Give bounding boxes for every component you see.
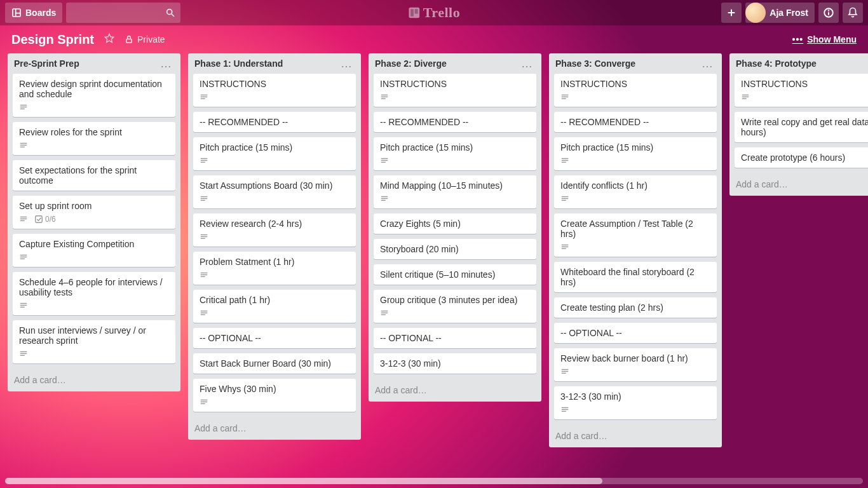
user-menu[interactable]: Aja Frost xyxy=(745,3,815,23)
card[interactable]: -- RECOMMENDED -- xyxy=(193,112,356,132)
card-title: Review roles for the sprint xyxy=(19,127,169,137)
card[interactable]: Run user interviews / survey / or resear… xyxy=(13,320,175,363)
card[interactable]: Create prototype (6 hours) xyxy=(735,147,868,168)
board-bar: Design Sprint Private ••• Show Menu xyxy=(0,25,868,53)
star-button[interactable] xyxy=(104,33,114,46)
card-list[interactable]: INSTRUCTIONS-- RECOMMENDED --Pitch pract… xyxy=(369,74,541,380)
card[interactable]: Review back burner board (1 hr) xyxy=(554,348,717,381)
card[interactable]: Crazy Eights (5 min) xyxy=(374,214,536,234)
card[interactable]: INSTRUCTIONS xyxy=(735,74,868,107)
top-bar: Boards Trello Aja Frost xyxy=(0,0,868,25)
list-title[interactable]: Phase 1: Understand xyxy=(194,58,338,69)
card[interactable]: Pitch practice (15 mins) xyxy=(193,137,356,170)
card[interactable]: Review roles for the sprint xyxy=(13,122,175,155)
description-badge xyxy=(560,194,569,203)
list-header: Phase 1: Understand… xyxy=(188,53,361,74)
horizontal-scrollbar[interactable] xyxy=(5,478,863,484)
card-list[interactable]: INSTRUCTIONSWrite real copy and get real… xyxy=(729,74,868,174)
brand-logo[interactable]: Trello xyxy=(408,0,460,25)
list-title[interactable]: Phase 2: Diverge xyxy=(375,58,519,69)
list-menu-button[interactable]: … xyxy=(158,61,174,66)
boards-icon xyxy=(11,8,22,18)
description-badge xyxy=(200,309,208,318)
add-card-button[interactable]: Add a card… xyxy=(729,174,868,196)
card[interactable]: Pitch practice (15 mins) xyxy=(374,137,536,170)
search-input[interactable] xyxy=(66,3,180,23)
card[interactable]: -- OPTIONAL -- xyxy=(193,328,356,348)
card-list[interactable]: INSTRUCTIONS-- RECOMMENDED --Pitch pract… xyxy=(549,74,722,426)
card-title: INSTRUCTIONS xyxy=(741,79,868,89)
card[interactable]: 3-12-3 (30 min) xyxy=(554,386,717,419)
card[interactable]: Problem Statment (1 hr) xyxy=(193,252,356,285)
add-card-button[interactable]: Add a card… xyxy=(188,418,361,440)
card[interactable]: Mind Mapping (10–15 minutes) xyxy=(374,175,536,208)
description-icon xyxy=(200,93,208,102)
card[interactable]: 3-12-3 (30 min) xyxy=(374,353,536,374)
card[interactable]: -- OPTIONAL -- xyxy=(374,328,536,348)
card[interactable]: -- RECOMMENDED -- xyxy=(374,112,536,132)
add-card-button[interactable]: Add a card… xyxy=(549,426,722,447)
card[interactable]: Review research (2-4 hrs) xyxy=(193,214,356,247)
card[interactable]: Silent critique (5–10 minutes) xyxy=(374,264,536,285)
card[interactable]: Five Whys (30 min) xyxy=(193,379,356,412)
list-title[interactable]: Phase 3: Converge xyxy=(555,58,699,69)
list-menu-button[interactable]: … xyxy=(699,61,715,66)
list-title[interactable]: Phase 4: Prototype xyxy=(736,58,868,69)
card-badges xyxy=(200,156,349,165)
card[interactable]: Critical path (1 hr) xyxy=(193,290,356,323)
card[interactable]: Group critique (3 minutes per idea) xyxy=(374,290,536,323)
card[interactable]: Set up sprint room0/6 xyxy=(13,196,175,229)
card[interactable]: Set expectations for the sprint outcome xyxy=(13,160,175,191)
description-badge xyxy=(200,398,208,407)
card-badges xyxy=(200,271,349,280)
card[interactable]: Schedule 4–6 people for interviews / usa… xyxy=(13,272,175,315)
add-card-button[interactable]: Add a card… xyxy=(8,370,180,391)
card-title: Crazy Eights (5 min) xyxy=(380,219,530,229)
info-button[interactable] xyxy=(818,3,839,23)
card[interactable]: Pitch practice (15 mins) xyxy=(554,137,717,170)
card-title: -- OPTIONAL -- xyxy=(200,333,349,343)
brand-text: Trello xyxy=(423,4,460,21)
card-list[interactable]: Review design sprint documentation and s… xyxy=(8,74,180,370)
create-button[interactable] xyxy=(721,3,742,23)
card[interactable]: -- OPTIONAL -- xyxy=(554,323,717,343)
description-badge xyxy=(200,93,208,102)
card[interactable]: Create Assumption / Test Table (2 hrs) xyxy=(554,214,717,257)
search-icon xyxy=(165,8,175,18)
boards-button[interactable]: Boards xyxy=(5,3,62,23)
checklist-count: 0/6 xyxy=(45,215,56,224)
card[interactable]: Capture Existing Competition xyxy=(13,234,175,267)
board-title[interactable]: Design Sprint xyxy=(11,32,94,47)
privacy-button[interactable]: Private xyxy=(125,34,165,44)
description-icon xyxy=(19,253,28,262)
bell-icon xyxy=(847,7,858,18)
card[interactable]: Whiteboard the final storyboard (2 hrs) xyxy=(554,262,717,292)
scrollbar-thumb[interactable] xyxy=(5,478,602,484)
ellipsis-icon: ••• xyxy=(792,34,804,44)
description-icon xyxy=(200,233,208,241)
card[interactable]: Write real copy and get real data (6 hou… xyxy=(735,112,868,142)
notifications-button[interactable] xyxy=(843,3,863,23)
card[interactable]: Storyboard (20 min) xyxy=(374,239,536,259)
list-title[interactable]: Pre-Sprint Prep xyxy=(14,58,158,69)
list-menu-button[interactable]: … xyxy=(338,61,355,66)
show-menu-button[interactable]: ••• Show Menu xyxy=(792,34,857,44)
card[interactable]: INSTRUCTIONS xyxy=(554,74,717,107)
card[interactable]: -- RECOMMENDED -- xyxy=(554,112,717,132)
card[interactable]: Create testing plan (2 hrs) xyxy=(554,297,717,318)
user-name: Aja Frost xyxy=(770,8,808,18)
card[interactable]: INSTRUCTIONS xyxy=(374,74,536,107)
add-card-button[interactable]: Add a card… xyxy=(369,380,541,402)
description-icon xyxy=(380,156,389,165)
list-menu-button[interactable]: … xyxy=(519,61,535,66)
card[interactable]: Start Assumptions Board (30 min) xyxy=(193,175,356,208)
description-badge xyxy=(380,309,389,318)
card-list[interactable]: INSTRUCTIONS-- RECOMMENDED --Pitch pract… xyxy=(188,74,361,418)
card[interactable]: INSTRUCTIONS xyxy=(193,74,356,107)
card-title: -- OPTIONAL -- xyxy=(560,328,710,338)
card[interactable]: Review design sprint documentation and s… xyxy=(13,74,175,117)
board-canvas[interactable]: Pre-Sprint Prep…Review design sprint doc… xyxy=(0,53,868,488)
card[interactable]: Identify conflicts (1 hr) xyxy=(554,175,717,208)
trello-logo-icon xyxy=(408,6,421,19)
card[interactable]: Start Back Burner Board (30 min) xyxy=(193,353,356,374)
